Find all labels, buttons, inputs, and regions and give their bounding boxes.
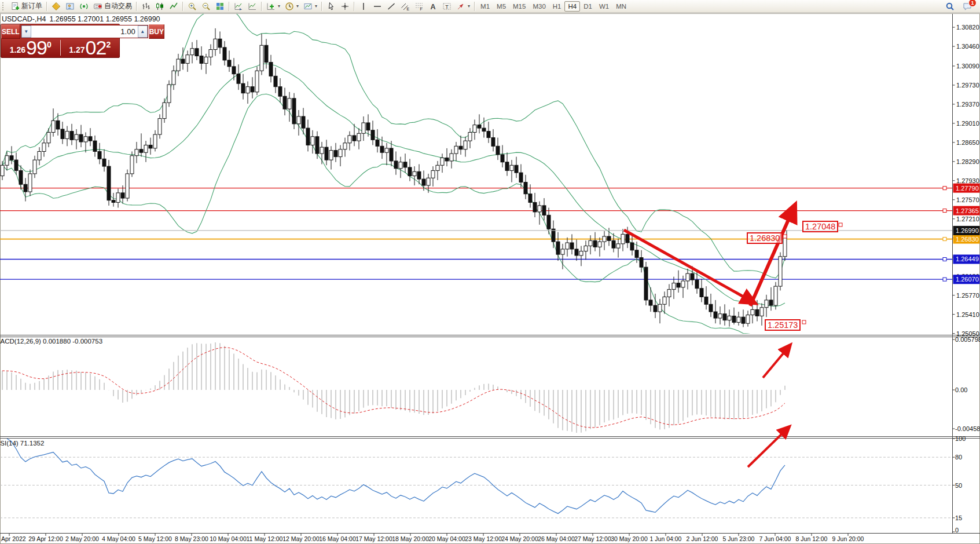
timeframe-m30-button[interactable]: M30 [529,1,549,12]
volume-input[interactable] [31,25,138,38]
toolbar-right-icons: 1 [943,1,979,12]
price-tick-label: 1.29370 [956,101,979,108]
price-tick-label: 1.30820 [956,24,979,31]
level-anchor-square [943,257,946,261]
timeframe-m5-button[interactable]: M5 [493,1,509,12]
candle-body [603,236,606,242]
candle-body [33,160,36,174]
cursor-button[interactable] [324,1,338,12]
annotation-anchor-square [802,320,806,324]
market-watch-button[interactable] [49,1,63,12]
candle-body [663,297,666,304]
periods-clock-button[interactable]: ▾ [282,1,301,12]
sell-button[interactable]: SELL [1,24,20,39]
new-chart-button[interactable] [245,1,259,12]
candle-body [487,132,490,138]
templates-button[interactable]: ▾ [301,1,320,12]
timeframe-w1-button[interactable]: W1 [596,1,612,12]
candle-body [149,145,152,148]
horizontal-line-button[interactable] [370,1,384,12]
candle-body [19,170,23,184]
annotation-breakout-level[interactable]: 1.26830 [747,232,783,244]
add-indicator-button[interactable]: ▾ [264,1,282,12]
candle-body [589,240,592,246]
candle-body [130,156,134,174]
candle-body [732,316,736,322]
equidistant-channel-button[interactable]: E [398,1,412,12]
annotation-anchor-square [783,235,787,238]
candle-body [774,286,777,305]
candle-body [70,132,74,140]
volume-increase-button[interactable]: ▲ [138,25,148,38]
price-label-text: 1.26990 [956,227,979,234]
time-tick-label: 18 May 20:00 [392,535,429,542]
candle-body [616,244,620,248]
market-watch-icon [52,2,61,11]
zoom-in-button[interactable] [185,1,199,12]
vertical-line-button[interactable] [357,1,370,12]
candle-body [718,314,722,318]
navigator-button[interactable] [63,1,77,12]
candle-body [102,159,106,166]
fibonacci-button[interactable]: F [412,1,426,12]
timeframe-mn-button[interactable]: MN [612,1,630,12]
candle-body [186,55,189,64]
candle-body [403,162,407,167]
chart-candles-button[interactable] [153,1,167,12]
time-tick-label: 27 May 12:00 [574,535,611,542]
time-tick-label: 11 May 12:00 [247,535,283,542]
volume-decrease-button[interactable]: ▼ [21,25,31,38]
buy-price-button[interactable]: 1.27022 [61,39,120,57]
timeframe-m15-button[interactable]: M15 [509,1,529,12]
candle-body [746,315,750,324]
timeframe-h1-button[interactable]: H1 [549,1,565,12]
new-order-button[interactable]: 新订单 [8,1,45,12]
svg-text:T: T [445,3,449,9]
arrows-button[interactable]: ▾ [454,1,472,12]
tile-windows-button[interactable] [213,1,227,12]
macd-scale-label: -0.004582 [955,425,980,432]
text-button[interactable]: A [426,1,440,12]
candle-body [482,128,486,131]
candle-body [755,309,759,316]
candle-body [334,151,337,157]
candle-body [89,137,92,141]
alerts-button[interactable]: 1 [960,1,974,12]
annotation-swing-high[interactable]: 1.27048 [802,221,838,232]
chart-canvas[interactable]: 1.308201.304601.300901.297301.293701.290… [0,0,980,544]
annotation-swing-low[interactable]: 1.25173 [765,319,801,331]
autotrading-button[interactable]: 自动交易 [91,1,134,12]
timeframe-m1-button[interactable]: M1 [477,1,493,12]
candle-body [274,76,277,86]
timeframe-h4-button[interactable]: H4 [564,1,580,12]
candle-body [167,85,171,103]
indicators-button[interactable] [232,1,245,12]
time-tick-label: 12 May 20:00 [282,535,320,542]
candle-body [246,87,249,93]
candle-body [441,158,444,165]
zoom-out-icon [201,2,211,11]
chart-line-icon [169,2,178,11]
candle-body [621,234,625,243]
trendline-button[interactable] [384,1,398,12]
chart-bars-button[interactable] [139,1,153,12]
candle-body [598,242,601,247]
candle-body [362,123,365,133]
timeframe-d1-button[interactable]: D1 [580,1,596,12]
toolbar-drag-handle[interactable] [2,2,6,10]
time-tick-label: 5 May 12:00 [138,535,172,542]
buy-button[interactable]: BUY [149,24,164,39]
candle-body [269,63,273,76]
zoom-out-button[interactable] [199,1,213,12]
buy-price-prefix: 1.27 [69,45,85,54]
sell-price-button[interactable]: 1.26990 [1,39,60,57]
search-button[interactable] [943,1,957,12]
text-label-button[interactable]: T [440,1,454,12]
signals-button[interactable] [77,1,91,12]
toolbar-separator [46,2,47,11]
equidistant-channel-icon: E [401,2,410,11]
price-label-text: 1.26449 [956,255,979,262]
crosshair-button[interactable] [338,1,352,12]
toolbar-separator [136,2,137,11]
chart-line-button[interactable] [167,1,181,12]
